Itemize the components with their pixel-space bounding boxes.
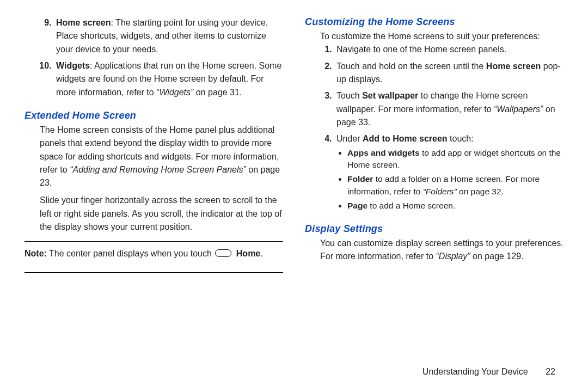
list-item: Touch and hold on the screen until the H… [334,60,564,87]
ui-term: Set wallpaper [362,91,418,100]
ui-term: Folder [347,174,373,183]
item-lead: Widgets [56,61,90,70]
list-item: Touch Set wallpaper to change the Home s… [334,89,564,129]
manual-page: Home screen: The starting point for usin… [0,0,588,392]
home-button-icon [215,249,231,257]
text-run: Under [336,134,363,143]
ui-term: Add to Home screen [363,134,448,143]
note-block: Note: The center panel displays when you… [24,246,283,265]
ui-term: Page [347,201,367,210]
page-footer: Understanding Your Device 22 [422,367,555,377]
list-item: Folder to add a folder on a Home screen.… [347,173,564,198]
cross-ref: “Folders” [423,187,457,196]
feature-list: Home screen: The starting point for usin… [24,16,283,102]
step-text: Navigate to one of the Home screen panel… [336,45,506,54]
footer-section: Understanding Your Device [422,367,528,376]
text-run: Touch and hold on the screen until the [336,62,486,71]
note-period: . [260,249,262,258]
paragraph: You can customize display screen setting… [305,237,564,264]
divider [24,272,283,273]
list-item: Widgets: Applications that run on the Ho… [54,59,283,99]
heading-customizing: Customizing the Home Screens [305,16,564,28]
item-lead: Home screen [56,18,111,27]
left-column: Home screen: The starting point for usin… [24,16,283,376]
text-run: on page 129. [470,252,524,261]
paragraph: Slide your finger horizontally across th… [24,194,283,234]
heading-extended-home: Extended Home Screen [24,110,283,121]
paragraph: To customize the Home screens to suit yo… [305,30,564,43]
right-column: Customizing the Home Screens To customiz… [305,16,564,376]
divider [24,241,283,242]
list-item: Navigate to one of the Home screen panel… [334,43,564,56]
text-run: Touch [336,91,362,100]
list-item: Home screen: The starting point for usin… [54,16,283,56]
paragraph: The Home screen consists of the Home pan… [24,124,283,190]
sub-bullets: Apps and widgets to add app or widget sh… [336,147,564,212]
ui-term: Apps and widgets [347,148,420,157]
steps-list: Navigate to one of the Home screen panel… [305,43,564,216]
text-run: on page 32. [457,187,504,196]
text-run: to add a Home screen. [367,201,455,210]
note-label: Note: [24,249,47,258]
list-item: Under Add to Home screen touch: Apps and… [334,132,564,212]
list-item: Page to add a Home screen. [347,200,564,212]
text-run: touch: [448,134,474,143]
item-tail: on page 31. [193,88,242,97]
note-text: The center panel displays when you touch [47,249,214,258]
cross-ref: “Widgets” [156,88,193,97]
cross-ref: “Wallpapers” [494,105,543,114]
list-item: Apps and widgets to add app or widget sh… [347,147,564,171]
page-number: 22 [546,367,555,377]
cross-ref: “Display” [436,252,470,261]
note-bold: Home [236,249,260,258]
cross-ref: “Adding and Removing Home Screen Panels” [70,165,246,174]
ui-term: Home screen [486,62,541,71]
heading-display-settings: Display Settings [305,223,564,235]
